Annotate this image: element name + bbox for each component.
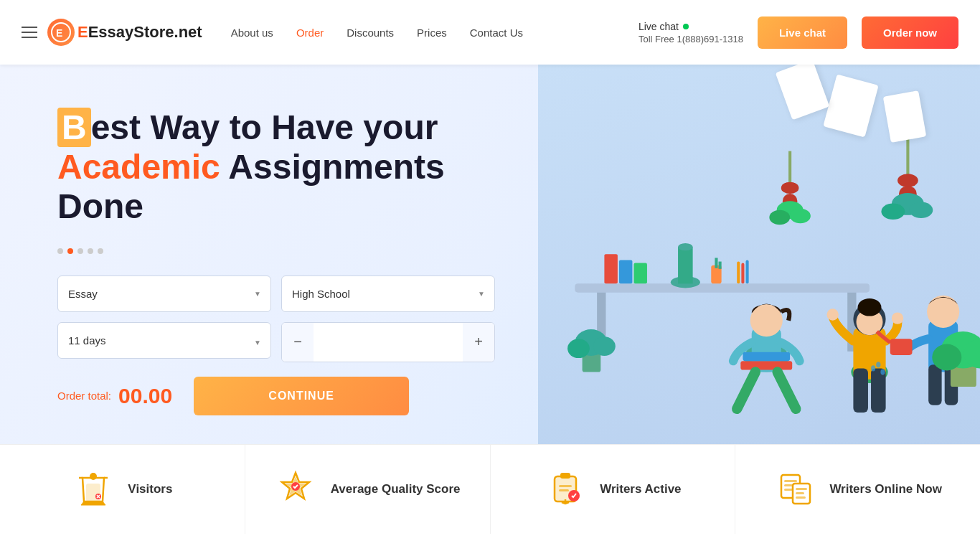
visitors-label: Visitors: [128, 482, 172, 496]
dot-2: [67, 248, 73, 254]
stats-section: Visitors Average Quality Score: [0, 444, 980, 534]
svg-rect-16: [746, 260, 749, 283]
svg-rect-14: [737, 262, 740, 284]
svg-rect-21: [743, 352, 790, 361]
svg-rect-33: [928, 364, 941, 405]
deadline-select[interactable]: 11 days 7 days 5 days 3 days 2 days 1 da…: [57, 322, 271, 359]
academic-level-select[interactable]: High School Undergraduate Master's PhD: [281, 276, 495, 312]
writers-online-label: Writers Online Now: [829, 482, 942, 496]
header-left: E EEssayStore.net: [22, 19, 202, 46]
dot-5: [98, 248, 103, 254]
live-dot: [683, 24, 689, 29]
hero-title: Best Way to Have your Academic Assignmen…: [57, 108, 495, 227]
dot-4: [88, 248, 93, 254]
title-b: B: [57, 108, 91, 147]
continue-button[interactable]: CONTINUE: [194, 377, 409, 415]
stat-quality: Average Quality Score: [245, 445, 491, 534]
stat-writers-active: Writers Active: [491, 445, 736, 534]
stat-visitors: Visitors: [0, 445, 245, 534]
svg-rect-35: [890, 339, 913, 355]
order-now-button[interactable]: Order now: [862, 17, 958, 49]
svg-rect-67: [559, 489, 569, 491]
svg-rect-70: [784, 480, 797, 482]
svg-point-50: [909, 202, 933, 218]
nav-order[interactable]: Order: [296, 27, 324, 39]
svg-point-43: [769, 210, 790, 225]
svg-rect-12: [715, 258, 717, 268]
svg-rect-65: [560, 473, 570, 479]
nav-about[interactable]: About us: [231, 27, 273, 39]
svg-point-40: [781, 182, 799, 194]
order-form: Essay Research Paper Term Paper Disserta…: [57, 276, 495, 362]
dot-3: [77, 248, 83, 254]
order-total-amount: 00.00: [118, 384, 172, 408]
svg-point-57: [567, 339, 590, 358]
logo-icon: E: [47, 19, 75, 46]
chat-button[interactable]: Live chat: [758, 17, 847, 49]
svg-rect-76: [796, 496, 806, 499]
svg-point-29: [826, 309, 838, 320]
visitors-icon: [72, 468, 115, 511]
contact-info: Live chat Toll Free 1(888)691-1318: [639, 21, 743, 44]
live-chat-indicator: Live chat: [639, 21, 743, 32]
live-chat-label: Live chat: [639, 21, 679, 32]
hero-left: Best Way to Have your Academic Assignmen…: [0, 65, 538, 444]
pages-input[interactable]: [314, 336, 463, 348]
svg-rect-9: [678, 247, 693, 283]
quality-icon: [275, 468, 318, 511]
dots-indicator: [57, 248, 495, 254]
svg-rect-20: [740, 361, 792, 369]
essay-type-wrapper: Essay Research Paper Term Paper Disserta…: [57, 276, 271, 312]
svg-rect-25: [871, 368, 886, 413]
svg-point-30: [892, 312, 903, 324]
svg-rect-7: [633, 263, 646, 284]
writers-active-label: Writers Active: [600, 482, 681, 496]
svg-point-37: [880, 369, 885, 375]
writers-online-icon: [773, 468, 816, 511]
hero-section: Best Way to Have your Academic Assignmen…: [0, 65, 980, 444]
pages-plus-button[interactable]: +: [463, 323, 494, 362]
svg-point-36: [876, 362, 880, 367]
order-total-label: Order total:: [57, 390, 111, 402]
svg-point-38: [871, 365, 875, 371]
svg-rect-5: [604, 254, 617, 283]
svg-rect-13: [719, 262, 722, 269]
header: E EEssayStore.net About us Order Discoun…: [0, 0, 980, 65]
svg-rect-45: [906, 136, 909, 181]
svg-point-46: [897, 174, 918, 187]
pages-minus-button[interactable]: −: [282, 323, 314, 362]
main-nav: About us Order Discounts Prices Contact …: [231, 27, 523, 39]
nav-prices[interactable]: Prices: [417, 27, 447, 39]
order-total: Order total: 00.00: [57, 384, 172, 408]
writers-active-icon: [544, 468, 587, 511]
svg-rect-24: [853, 368, 868, 413]
hero-illustration: [538, 65, 980, 444]
svg-point-58: [593, 336, 616, 356]
svg-point-10: [678, 243, 693, 250]
logo-text: EEssayStore.net: [77, 23, 202, 42]
svg-point-32: [927, 296, 959, 328]
deadline-wrapper: 11 days 7 days 5 days 3 days 2 days 1 da…: [57, 322, 271, 362]
svg-rect-74: [796, 488, 807, 490]
svg-point-28: [858, 298, 882, 316]
logo[interactable]: E EEssayStore.net: [47, 19, 202, 46]
svg-rect-15: [741, 263, 744, 284]
header-right: Live chat Toll Free 1(888)691-1318 Live …: [639, 17, 958, 49]
svg-rect-6: [619, 260, 632, 283]
essay-type-select[interactable]: Essay Research Paper Term Paper Disserta…: [57, 276, 271, 312]
pages-stepper: − +: [281, 322, 495, 362]
nav-contact[interactable]: Contact Us: [470, 27, 523, 39]
dot-1: [57, 248, 63, 254]
nav-discounts[interactable]: Discounts: [347, 27, 394, 39]
svg-point-49: [881, 203, 905, 220]
svg-text:E: E: [56, 27, 62, 39]
svg-rect-2: [575, 283, 870, 292]
svg-point-53: [932, 344, 961, 371]
hamburger-menu[interactable]: [22, 27, 37, 38]
toll-free: Toll Free 1(888)691-1318: [639, 34, 743, 44]
title-accent: Academic: [57, 148, 220, 186]
svg-rect-66: [559, 485, 572, 487]
svg-point-44: [790, 209, 811, 224]
quality-label: Average Quality Score: [331, 482, 461, 496]
svg-rect-75: [796, 492, 804, 494]
